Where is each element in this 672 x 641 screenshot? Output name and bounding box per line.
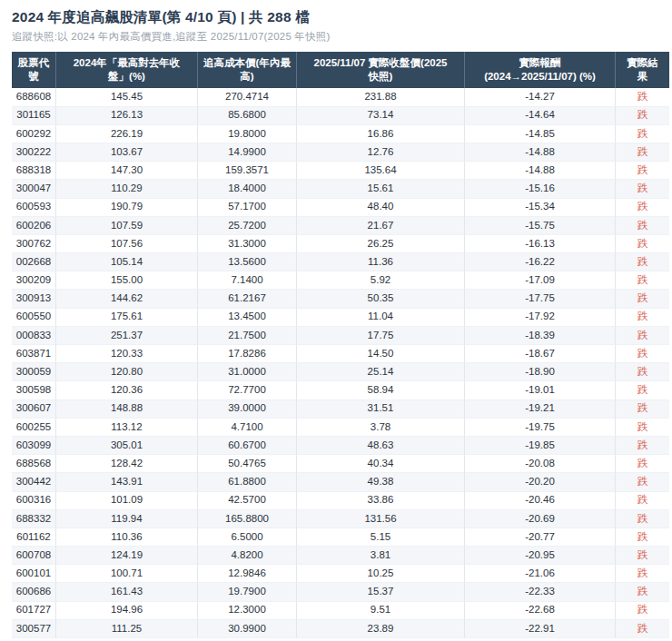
result-cell: 跌 xyxy=(616,327,669,345)
actual-return-cell: -21.06 xyxy=(465,565,616,583)
actual-return-cell: -16.22 xyxy=(465,253,616,271)
actual-close-cell: 50.35 xyxy=(297,290,465,308)
peak-vs-prev-close-cell: 120.36 xyxy=(56,381,198,399)
actual-close-cell: 135.64 xyxy=(297,162,465,180)
peak-vs-prev-close-cell: 148.88 xyxy=(56,400,198,419)
stock-code-cell: 603099 xyxy=(12,437,56,455)
chase-cost-cell: 12.3000 xyxy=(198,602,297,620)
actual-return-cell: -22.68 xyxy=(465,602,616,620)
actual-return-cell: -20.77 xyxy=(465,528,616,547)
actual-close-cell: 31.51 xyxy=(297,400,465,419)
actual-close-cell: 3.81 xyxy=(297,547,465,565)
peak-vs-prev-close-cell: 105.14 xyxy=(56,253,198,271)
result-cell: 跌 xyxy=(616,162,669,180)
result-cell: 跌 xyxy=(616,290,669,308)
stock-code-cell: 600593 xyxy=(12,199,56,217)
stock-code-cell: 600101 xyxy=(12,565,56,583)
actual-return-cell: -18.90 xyxy=(465,363,616,381)
actual-close-cell: 48.40 xyxy=(297,199,465,217)
table-header-row: 股票代 號 2024年「最高對去年收 盤」(%) 追高成本價(年內最 高) 20… xyxy=(12,52,669,88)
actual-return-cell: -20.20 xyxy=(465,473,616,491)
chase-cost-cell: 19.8000 xyxy=(198,125,297,143)
table-body: 688608145.45270.4714231.88-14.27跌3011651… xyxy=(12,88,669,638)
peak-vs-prev-close-cell: 144.62 xyxy=(56,290,198,308)
actual-return-cell: -15.75 xyxy=(465,217,616,235)
chase-cost-cell: 12.9846 xyxy=(198,565,297,583)
actual-return-cell: -18.39 xyxy=(465,327,616,345)
result-cell: 跌 xyxy=(616,271,669,290)
peak-vs-prev-close-cell: 100.71 xyxy=(56,565,198,583)
actual-close-cell: 11.04 xyxy=(297,309,465,327)
actual-close-cell: 26.25 xyxy=(297,235,465,253)
actual-close-cell: 14.50 xyxy=(297,345,465,363)
stock-code-cell: 600255 xyxy=(12,419,56,437)
table-row: 600292226.1919.800016.86-14.85跌 xyxy=(12,125,669,143)
actual-close-cell: 5.92 xyxy=(297,271,465,290)
actual-close-cell: 231.88 xyxy=(297,88,465,106)
actual-return-cell: -19.21 xyxy=(465,400,616,419)
actual-return-cell: -19.85 xyxy=(465,437,616,455)
chase-cost-cell: 31.0000 xyxy=(198,363,297,381)
stock-code-cell: 300222 xyxy=(12,143,56,162)
result-cell: 跌 xyxy=(616,309,669,327)
table-row: 600101100.7112.984610.25-21.06跌 xyxy=(12,565,669,583)
actual-close-cell: 131.56 xyxy=(297,510,465,528)
peak-vs-prev-close-cell: 194.96 xyxy=(56,602,198,620)
result-cell: 跌 xyxy=(616,510,669,528)
actual-close-cell: 12.76 xyxy=(297,143,465,162)
result-cell: 跌 xyxy=(616,583,669,601)
actual-close-cell: 17.75 xyxy=(297,327,465,345)
column-header-peak-vs-prev-close: 2024年「最高對去年收 盤」(%) xyxy=(56,52,198,88)
actual-close-cell: 3.78 xyxy=(297,419,465,437)
column-header-actual-close: 2025/11/07 實際收盤價(2025 快照) xyxy=(297,52,465,88)
actual-return-cell: -17.09 xyxy=(465,271,616,290)
chase-cost-cell: 14.9900 xyxy=(198,143,297,162)
table-row: 600316101.0942.570033.86-20.46跌 xyxy=(12,492,669,510)
actual-close-cell: 73.14 xyxy=(297,107,465,125)
table-row: 300047110.2918.400015.61-15.16跌 xyxy=(12,180,669,198)
chase-cost-cell: 270.4714 xyxy=(198,88,297,106)
table-row: 300059120.8031.000025.14-18.90跌 xyxy=(12,363,669,381)
result-cell: 跌 xyxy=(616,455,669,473)
peak-vs-prev-close-cell: 103.67 xyxy=(56,143,198,162)
chase-cost-cell: 4.8200 xyxy=(198,547,297,565)
stock-code-cell: 688318 xyxy=(12,162,56,180)
stock-code-cell: 600550 xyxy=(12,309,56,327)
result-cell: 跌 xyxy=(616,565,669,583)
chase-cost-cell: 7.1400 xyxy=(198,271,297,290)
peak-vs-prev-close-cell: 120.33 xyxy=(56,345,198,363)
actual-close-cell: 15.37 xyxy=(297,583,465,601)
page-title: 2024 年度追高飆股清單(第 4/10 頁) | 共 288 檔 xyxy=(12,8,669,25)
chase-cost-cell: 4.7100 xyxy=(198,419,297,437)
actual-return-cell: -22.91 xyxy=(465,620,616,638)
actual-close-cell: 48.63 xyxy=(297,437,465,455)
stock-code-cell: 300577 xyxy=(12,620,56,638)
stock-code-cell: 300913 xyxy=(12,290,56,308)
peak-vs-prev-close-cell: 251.37 xyxy=(56,327,198,345)
result-cell: 跌 xyxy=(616,492,669,510)
actual-close-cell: 9.51 xyxy=(297,602,465,620)
stock-code-cell: 301165 xyxy=(12,107,56,125)
table-row: 300577111.2530.990023.89-22.91跌 xyxy=(12,620,669,638)
result-cell: 跌 xyxy=(616,602,669,620)
stock-code-cell: 600292 xyxy=(12,125,56,143)
actual-return-cell: -14.88 xyxy=(465,162,616,180)
peak-vs-prev-close-cell: 145.45 xyxy=(56,88,198,106)
chase-cost-cell: 85.6800 xyxy=(198,107,297,125)
result-cell: 跌 xyxy=(616,143,669,162)
result-cell: 跌 xyxy=(616,88,669,106)
stock-code-cell: 000833 xyxy=(12,327,56,345)
stock-code-cell: 600316 xyxy=(12,492,56,510)
actual-return-cell: -17.75 xyxy=(465,290,616,308)
actual-close-cell: 11.36 xyxy=(297,253,465,271)
chase-cost-cell: 17.8286 xyxy=(198,345,297,363)
actual-return-cell: -20.69 xyxy=(465,510,616,528)
actual-return-cell: -20.08 xyxy=(465,455,616,473)
table-row: 300222103.6714.990012.76-14.88跌 xyxy=(12,143,669,162)
stock-code-cell: 600686 xyxy=(12,583,56,601)
stock-code-cell: 601162 xyxy=(12,528,56,547)
result-cell: 跌 xyxy=(616,437,669,455)
actual-return-cell: -22.33 xyxy=(465,583,616,601)
chase-cost-cell: 165.8800 xyxy=(198,510,297,528)
peak-vs-prev-close-cell: 119.94 xyxy=(56,510,198,528)
